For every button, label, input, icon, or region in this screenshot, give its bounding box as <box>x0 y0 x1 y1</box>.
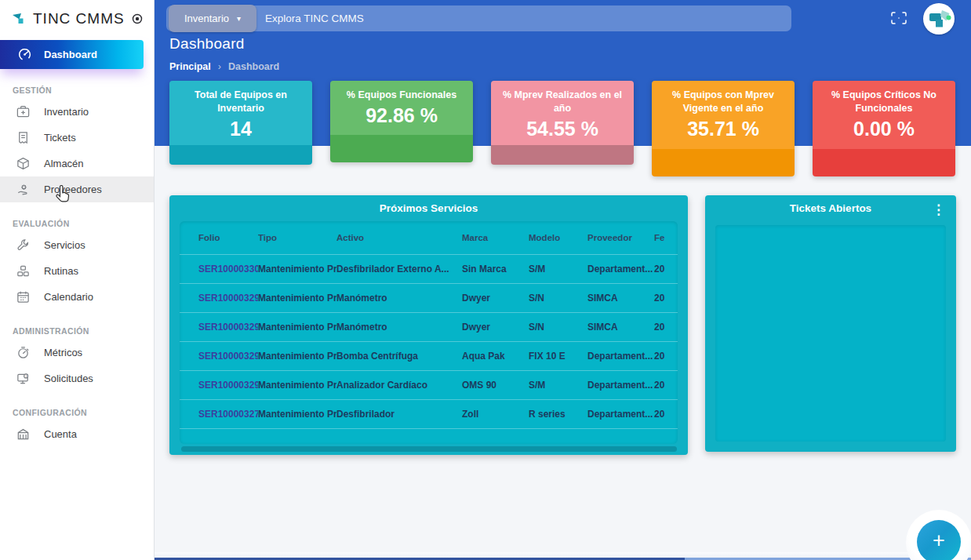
table-row[interactable]: SER10000327592 Mantenimiento Prevent... … <box>180 399 678 428</box>
sidebar-item-tickets[interactable]: Tickets <box>0 125 154 151</box>
proximos-servicios-card: Próximos Servicios Folio Tipo Activo Mar… <box>169 195 688 455</box>
fullscreen-icon[interactable] <box>890 10 909 26</box>
kpi-row: Total de Equipos en Inventario 14 % Equi… <box>169 81 955 176</box>
kpi-footer <box>491 145 634 165</box>
cell-activo: Manómetro <box>336 283 462 312</box>
cell-proveedor: Departament... <box>587 254 654 283</box>
folio-link[interactable]: SER10000329609 <box>180 283 258 312</box>
cell-tipo: Mantenimiento Prevent... <box>258 399 336 428</box>
kpi-card-equipos-funcionales: % Equipos Funcionales 92.86 % <box>330 81 473 162</box>
cell-tipo: Mantenimiento Prevent... <box>258 283 336 312</box>
services-table: Folio Tipo Activo Marca Modelo Proveedor… <box>180 221 678 444</box>
wrench-icon <box>15 238 31 253</box>
folio-link[interactable]: SER10000329693 <box>180 370 258 399</box>
kpi-card-total-equipos: Total de Equipos en Inventario 14 <box>169 81 312 165</box>
search-input[interactable] <box>265 5 785 31</box>
cell-modelo: S/M <box>529 254 587 283</box>
sidebar-item-cuenta[interactable]: Cuenta <box>0 421 154 447</box>
user-avatar[interactable] <box>923 3 955 35</box>
medkit-icon <box>15 104 31 120</box>
cell-fecha: 20 <box>654 399 678 428</box>
breadcrumb-current: Dashboard <box>228 61 279 72</box>
cell-proveedor: Departament... <box>587 399 654 428</box>
sidebar-item-label: Tickets <box>44 132 76 144</box>
table-row[interactable]: SER10000329693 Mantenimiento Prevent... … <box>180 370 678 399</box>
add-fab-button[interactable]: + <box>917 520 961 560</box>
cell-marca: OMS 90 <box>462 370 529 399</box>
kpi-title: % Mprev Realizados en el año <box>497 89 627 115</box>
sidebar-item-servicios[interactable]: Servicios <box>0 232 154 258</box>
sidebar-item-almacen[interactable]: Almacén <box>0 151 154 176</box>
sidebar-pin-icon[interactable] <box>132 13 143 25</box>
cell-activo: Bomba Centrífuga <box>336 341 462 370</box>
cell-proveedor: SIMCA <box>587 312 654 341</box>
tickets-abiertos-card: Tickets Abiertos ⋮ <box>705 195 956 452</box>
services-table-panel: Folio Tipo Activo Marca Modelo Proveedor… <box>180 221 678 444</box>
search-context-dropdown[interactable]: Inventario ▾ <box>169 5 256 32</box>
sidebar-item-metricos[interactable]: Métricos <box>0 340 154 365</box>
kpi-footer <box>330 135 473 162</box>
sidebar-item-label: Rutinas <box>44 265 78 277</box>
sidebar-item-label: Inventario <box>44 106 89 118</box>
kpi-card-mprev-realizados: % Mprev Realizados en el año 54.55 % <box>491 81 634 165</box>
table-empty-row <box>180 428 678 444</box>
cell-activo: Analizador Cardíaco <box>336 370 462 399</box>
table-horizontal-scrollbar[interactable] <box>181 446 677 452</box>
services-card-title: Próximos Servicios <box>169 195 688 214</box>
cell-proveedor: Departament... <box>587 341 654 370</box>
sidebar-item-rutinas[interactable]: Rutinas <box>0 258 154 284</box>
sidebar-item-solicitudes[interactable]: 1 Solicitudes <box>0 365 154 391</box>
folio-link[interactable]: SER10000329645 <box>180 341 258 370</box>
table-header-row: Folio Tipo Activo Marca Modelo Proveedor… <box>180 221 678 254</box>
section-evaluacion: EVALUACIÓN <box>13 219 154 228</box>
chevron-down-icon: ▾ <box>237 14 241 23</box>
sidebar-item-inventario[interactable]: Inventario <box>0 99 154 125</box>
cell-modelo: S/N <box>529 283 587 312</box>
tickets-empty-panel <box>715 225 946 442</box>
table-row[interactable]: SER10000330627 Mantenimiento Prevent... … <box>180 254 678 283</box>
page-hscroll-track <box>155 552 971 560</box>
cell-fecha: 20 <box>654 312 678 341</box>
folio-link[interactable]: SER10000327592 <box>180 399 258 428</box>
table-row[interactable]: SER10000329645 Mantenimiento Prevent... … <box>180 341 678 370</box>
gauge-icon <box>15 345 31 361</box>
breadcrumb-home[interactable]: Principal <box>169 61 211 72</box>
col-fecha: Fe <box>654 221 678 254</box>
sidebar-item-proveedores[interactable]: Proveedores <box>0 176 154 202</box>
cell-modelo: FIX 10 E <box>529 341 587 370</box>
table-row[interactable]: SER10000329609 Mantenimiento Prevent... … <box>180 283 678 312</box>
kpi-title: % Equipos Críticos No Funcionales <box>819 89 949 115</box>
table-row[interactable]: SER10000329610 Mantenimiento Prevent... … <box>180 312 678 341</box>
breadcrumb: Principal › Dashboard <box>169 61 279 72</box>
receipt-icon <box>15 130 31 146</box>
kpi-value: 35.71 % <box>658 118 788 140</box>
kpi-value: 54.55 % <box>497 118 627 140</box>
cell-marca: Dwyer <box>462 283 529 312</box>
sidebar-item-calendario[interactable]: Calendario <box>0 284 154 310</box>
logo-row: TINC CMMS <box>0 0 154 38</box>
col-folio: Folio <box>180 221 258 254</box>
sidebar-item-label: Calendario <box>44 291 93 303</box>
section-configuracion: CONFIGURACIÓN <box>13 408 154 417</box>
cell-fecha: 20 <box>654 283 678 312</box>
cell-activo: Manómetro <box>336 312 462 341</box>
kpi-value: 14 <box>176 118 306 140</box>
supplier-hand-icon <box>15 182 31 198</box>
cell-fecha: 20 <box>654 341 678 370</box>
sidebar-item-label: Cuenta <box>44 428 77 440</box>
kpi-title: Total de Equipos en Inventario <box>176 89 306 115</box>
folio-link[interactable]: SER10000329610 <box>180 312 258 341</box>
cell-tipo: Mantenimiento Prevent... <box>258 254 336 283</box>
folio-link[interactable]: SER10000330627 <box>180 254 258 283</box>
kpi-card-mprev-vigente: % Equipos con Mprev Vigente en el año 35… <box>652 81 795 176</box>
tickets-card-title: Tickets Abiertos <box>705 195 956 214</box>
cell-tipo: Mantenimiento Prevent... <box>258 370 336 399</box>
plus-icon: + <box>933 529 945 553</box>
sidebar-item-label: Proveedores <box>44 184 102 195</box>
kebab-menu-icon[interactable]: ⋮ <box>929 200 948 220</box>
cell-marca: Aqua Pak <box>462 341 529 370</box>
col-modelo: Modelo <box>529 221 587 254</box>
sidebar-item-label: Métricos <box>44 347 82 358</box>
building-icon <box>15 427 31 442</box>
sidebar-item-dashboard[interactable]: Dashboard <box>0 40 144 69</box>
